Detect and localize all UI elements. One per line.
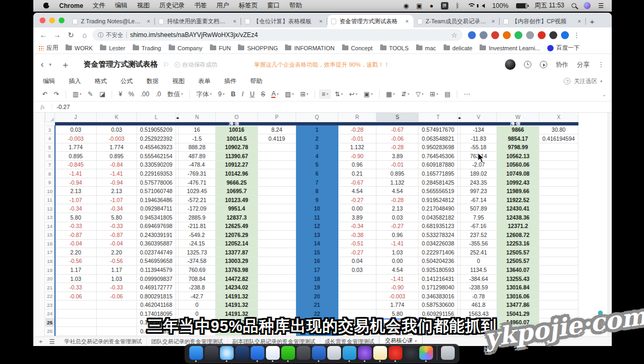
grid-cell[interactable]: -355.56 xyxy=(461,239,497,248)
presentation-play-icon[interactable] xyxy=(540,61,547,68)
grid-cell[interactable] xyxy=(258,169,296,178)
insert-image-icon[interactable]: ▦▾ xyxy=(383,89,398,99)
grid-cell[interactable]: 12837.3 xyxy=(216,213,258,222)
menubar-item-3[interactable]: 历史记录 xyxy=(154,1,189,10)
grid-cell[interactable] xyxy=(258,160,296,169)
grid-cell[interactable]: 888.28 xyxy=(179,143,216,152)
bookmark-item-13[interactable]: 百度一下 xyxy=(547,44,579,52)
dock-camera-icon[interactable] xyxy=(404,346,418,360)
grid-cell[interactable]: -769.31 xyxy=(179,169,216,178)
strikethrough-icon[interactable]: S xyxy=(258,89,268,99)
grid-cell[interactable]: 0.360395887 xyxy=(137,239,176,248)
grid-cell[interactable]: 1.132 xyxy=(338,143,376,152)
select-all-corner[interactable] xyxy=(45,113,55,122)
column-header-J[interactable]: J xyxy=(55,113,97,122)
grid-cell[interactable]: 0.346383016 xyxy=(419,292,458,301)
grid-cell[interactable]: 7.95 xyxy=(461,213,497,222)
grid-cell[interactable]: 0.919524812 xyxy=(419,195,458,204)
tab-close-icon[interactable]: × xyxy=(577,18,582,24)
grid-cell[interactable]: 0.217048490 xyxy=(419,204,458,213)
eraser-icon[interactable]: ◪ xyxy=(97,89,108,99)
merge-cells-icon[interactable]: ▣▾ xyxy=(361,89,375,99)
grid-cell[interactable]: -0.78 xyxy=(461,292,497,301)
grid-cell[interactable]: 10749.08 xyxy=(497,169,539,178)
grid-cell[interactable]: 1.774 xyxy=(376,301,419,310)
grid-cell[interactable]: 7 xyxy=(296,178,338,187)
grid-cell[interactable]: -478.4 xyxy=(179,160,216,169)
column-header-W[interactable]: W xyxy=(497,113,539,122)
grid-cell[interactable]: 1.774 xyxy=(97,143,137,152)
pivot-icon[interactable]: ▤ xyxy=(442,89,453,99)
grid-cell[interactable] xyxy=(539,248,578,257)
shimo-menu-4[interactable]: 数据 xyxy=(146,77,159,85)
row-header[interactable]: 4 xyxy=(45,134,55,143)
row-header[interactable]: 15 xyxy=(45,231,55,240)
grid-cell[interactable]: 12371.2 xyxy=(497,222,539,231)
toolbar-collapse-icon[interactable]: ⌄ xyxy=(602,92,606,97)
grid-cell[interactable]: 12505.57 xyxy=(497,257,539,266)
siri-icon[interactable] xyxy=(581,2,593,9)
row-header[interactable]: 5 xyxy=(45,143,55,152)
grid-cell[interactable]: 1325.73 xyxy=(179,248,216,257)
dock-safari-icon[interactable] xyxy=(220,346,234,360)
grid-cell[interactable] xyxy=(338,301,376,310)
url-text[interactable]: shimo.im/sheets/naBAYVjRwWoHX3jx/vZEz4 xyxy=(130,31,258,39)
grid-cell[interactable]: -0.67 xyxy=(338,178,376,187)
bluetooth-icon[interactable]: ᛒ xyxy=(453,2,462,10)
grid-cell[interactable]: 0.330590209 xyxy=(137,160,176,169)
grid-cell[interactable]: 17 xyxy=(296,266,338,275)
grid-cell[interactable]: 0.565556519 xyxy=(419,187,458,196)
record-icon[interactable]: ◉ xyxy=(401,2,411,10)
grid-cell[interactable]: 14191.32 xyxy=(216,301,258,310)
column-header-R[interactable]: R xyxy=(338,113,376,122)
grid-cell[interactable]: 9 xyxy=(296,195,338,204)
grid-cell[interactable]: 10016 xyxy=(216,125,258,134)
dock-notes-app-icon[interactable] xyxy=(297,346,310,360)
formula-value[interactable]: -0.27 xyxy=(52,104,70,110)
grid-cell[interactable]: 10142.96 xyxy=(216,169,258,178)
column-header-T[interactable]: T xyxy=(419,113,458,122)
dock-qq-icon[interactable] xyxy=(266,346,280,360)
bookmark-item-11[interactable]: delicate xyxy=(444,45,473,51)
grid-cell[interactable] xyxy=(258,292,296,301)
dark-mode-icon[interactable]: ● xyxy=(427,2,436,10)
row-header[interactable]: 14 xyxy=(45,222,55,231)
grid-cell[interactable]: 0.194636486 xyxy=(137,195,176,204)
grid-cell[interactable]: 10902.78 xyxy=(216,143,258,152)
grid-cell[interactable]: 0.945341805 xyxy=(137,213,176,222)
back-to-home-button[interactable]: ‹ xyxy=(41,59,44,70)
grid-cell[interactable]: 12608.72 xyxy=(497,231,539,240)
sheet-tab-0[interactable]: 学社总交易记录的资金管理测试 xyxy=(60,338,147,345)
grid-cell[interactable]: -1.5 xyxy=(179,134,216,143)
grid-cell[interactable] xyxy=(539,231,578,240)
grid-cell[interactable] xyxy=(97,301,137,310)
grid-view-icon[interactable]: ⊞▾ xyxy=(427,89,441,99)
row-header[interactable]: 22 xyxy=(45,292,55,301)
grid-cell[interactable]: 0.519055209 xyxy=(137,125,176,134)
grid-cell[interactable] xyxy=(258,204,296,213)
grid-cell[interactable]: 0.4119 xyxy=(258,134,296,143)
grid-cell[interactable]: 0.574917670 xyxy=(419,125,458,134)
grid-cell[interactable]: -0.38 xyxy=(338,231,376,240)
row-header[interactable]: 8 xyxy=(45,169,55,178)
browser-tab-0[interactable]: Z Trading Notes@Lester× xyxy=(69,15,155,28)
browser-tab-1[interactable]: 持续使用的重要文档归总@L× xyxy=(155,15,241,28)
clock[interactable]: 周五 11:53 xyxy=(532,1,567,10)
hidden-column-marker-icon[interactable]: ◂▸ xyxy=(458,116,461,120)
battery-icon[interactable] xyxy=(513,3,530,8)
grid-cell[interactable] xyxy=(338,274,376,283)
grid-cell[interactable]: 9798.99 xyxy=(497,143,539,152)
grid-cell[interactable]: -1.41 xyxy=(376,239,419,248)
column-header-N[interactable]: N xyxy=(179,113,216,122)
menubar-item-1[interactable]: 编辑 xyxy=(110,1,132,10)
font-size-menu[interactable]: 9▾ xyxy=(215,89,227,99)
row-header[interactable]: 17 xyxy=(45,248,55,257)
grid-cell[interactable]: -0.51 xyxy=(338,239,376,248)
grid-cell[interactable]: 252.41 xyxy=(461,248,497,257)
add-sheet-button[interactable]: ＋ xyxy=(38,337,44,346)
menubar-item-5[interactable]: 用户 xyxy=(211,1,234,10)
grid-cell[interactable]: 507.89 xyxy=(461,204,497,213)
grid-cell[interactable]: 0.533278324 xyxy=(419,231,458,240)
bookmark-item-8[interactable]: Concept xyxy=(342,45,373,51)
browser-tab-5[interactable]: 【内容创作】CP视频× xyxy=(500,15,586,28)
